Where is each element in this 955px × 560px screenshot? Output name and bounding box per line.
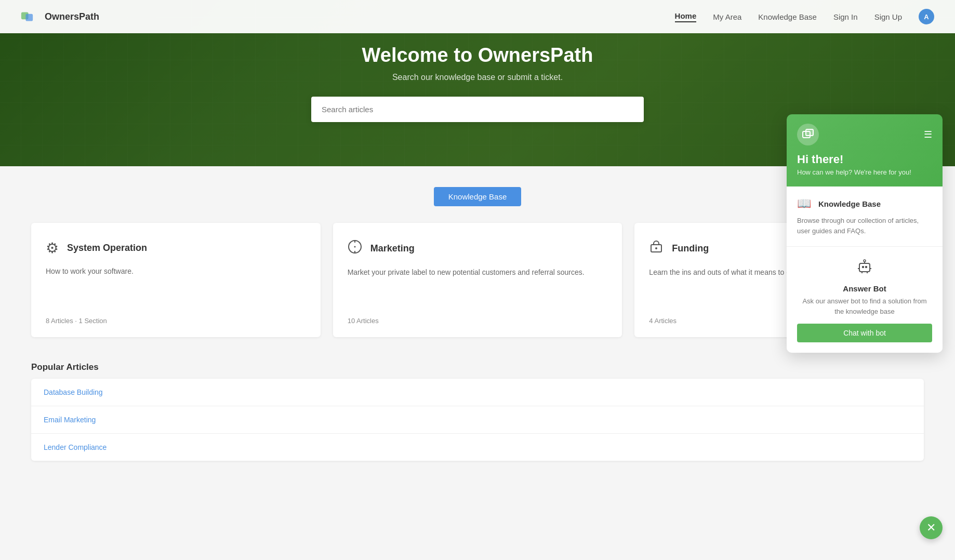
chat-with-bot-button[interactable]: Chat with bot [797,324,932,342]
svg-rect-9 [806,129,813,136]
target-icon [348,239,362,258]
card-meta-marketing: 10 Articles [348,317,608,325]
card-header-marketing: Marketing [348,239,608,258]
navbar: OwnersPath Home My Area Knowledge Base S… [0,0,955,33]
chat-header-top: ☰ [797,124,932,145]
chat-bot-desc: Ask our answer bot to find a solution fr… [797,296,932,316]
nav-links: Home My Area Knowledge Base Sign In Sign… [675,9,934,24]
chat-subtext: How can we help? We're here for you! [797,168,932,176]
svg-point-3 [354,246,355,248]
card-system-operation[interactable]: ⚙ System Operation How to work your soft… [31,223,321,337]
svg-rect-10 [859,263,870,272]
avatar[interactable]: A [919,9,934,24]
chat-menu-icon[interactable]: ☰ [924,129,932,140]
card-meta-system: 8 Articles · 1 Section [46,317,306,325]
nav-link-home[interactable]: Home [675,11,697,22]
popular-item-0[interactable]: Database Building [31,379,924,406]
svg-point-14 [864,260,866,262]
popular-articles-section: Popular Articles Database Building Email… [31,362,924,461]
logo-text: OwnersPath [45,11,99,22]
chat-kb-header: 📖 Knowledge Base [797,197,932,210]
funding-icon [649,239,664,258]
svg-point-7 [655,247,657,249]
card-marketing[interactable]: Marketing Market your private label to n… [333,223,622,337]
popular-item-1[interactable]: Email Marketing [31,406,924,434]
popular-articles-list: Database Building Email Marketing Lender… [31,379,924,461]
svg-rect-1 [25,14,33,21]
nav-link-myarea[interactable]: My Area [713,12,741,21]
svg-rect-11 [862,266,864,268]
card-title-system: System Operation [67,243,147,254]
card-desc-system: How to work your software. [46,266,306,306]
logo-icon [21,10,39,23]
card-title-marketing: Marketing [370,243,415,254]
chat-body: 📖 Knowledge Base Browse through our coll… [787,186,943,353]
popular-item-2[interactable]: Lender Compliance [31,434,924,461]
hero-title: Welcome to OwnersPath [0,44,955,66]
nav-link-signin[interactable]: Sign In [833,12,858,21]
kb-tab-button[interactable]: Knowledge Base [434,187,522,206]
chat-kb-desc: Browse through our collection of article… [797,216,932,236]
chat-kb-title: Knowledge Base [818,199,881,208]
card-title-funding: Funding [672,243,709,254]
search-wrap [301,97,654,122]
svg-rect-12 [865,266,867,268]
hero-content: Welcome to OwnersPath Search our knowled… [0,44,955,122]
hero-subtitle: Search our knowledge base or submit a ti… [0,73,955,82]
chat-header: ☰ Hi there! How can we help? We're here … [787,114,943,186]
nav-link-kb[interactable]: Knowledge Base [758,12,817,21]
nav-logo[interactable]: OwnersPath [21,10,99,23]
nav-link-signup[interactable]: Sign Up [874,12,902,21]
chat-widget: ☰ Hi there! How can we help? We're here … [787,114,943,353]
card-header-system: ⚙ System Operation [46,239,306,257]
book-icon: 📖 [797,197,811,210]
gear-icon: ⚙ [46,239,59,257]
chat-bot-title: Answer Bot [797,284,932,293]
popular-articles-title: Popular Articles [31,362,924,372]
chat-bot-section: Answer Bot Ask our answer bot to find a … [787,247,943,353]
chat-greeting: Hi there! [797,153,932,166]
chat-logo-icon [797,124,819,145]
chat-kb-section[interactable]: 📖 Knowledge Base Browse through our coll… [787,186,943,247]
robot-icon [797,257,932,280]
card-desc-marketing: Market your private label to new potenti… [348,267,608,306]
search-input[interactable] [311,97,644,122]
